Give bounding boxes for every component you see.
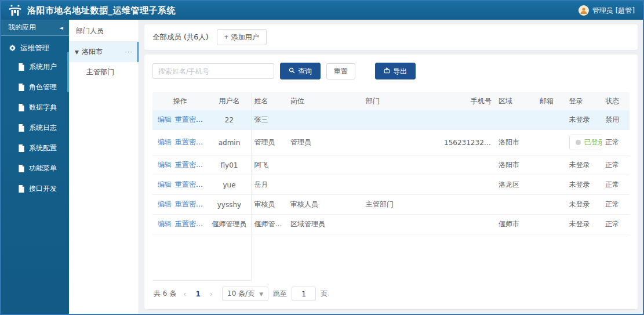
login-status-label: 已登录 — [584, 137, 602, 147]
cell-login: 未登录 — [566, 215, 602, 234]
cell-username: 22 — [208, 110, 250, 130]
action-link[interactable]: 重置密码 — [175, 115, 203, 124]
action-link[interactable]: 编辑 — [158, 115, 172, 124]
cell-status: 正常 — [602, 175, 630, 195]
members-header-card: 全部成员 (共6人) + 添加用户 — [144, 24, 638, 50]
page-size-select[interactable]: 10 条/页 ▼ — [222, 287, 268, 301]
cell-dept — [362, 155, 441, 175]
cell-post — [287, 155, 362, 175]
column-header: 手机号 — [441, 92, 495, 110]
sidebar-item[interactable]: 接口开发 — [1, 179, 69, 199]
cell-dept: 主管部门 — [362, 195, 441, 215]
cell-name: 审核员 — [251, 195, 288, 215]
cell-username: admin — [208, 130, 250, 155]
action-link[interactable]: 编辑 — [158, 180, 172, 189]
page-number-button[interactable]: 1 — [193, 290, 202, 298]
table-row[interactable]: 编辑重置密码删除偃师管理员偃师管理员区域管理员偃师市未登录正常 — [152, 215, 630, 234]
sidebar-item-label: 角色管理 — [29, 82, 57, 92]
sidebar-group-ops-management[interactable]: 运维管理 — [1, 36, 69, 57]
table-row[interactable]: 编辑重置密码删除fly01阿飞洛阳市未登录正常 — [152, 155, 630, 175]
tree-more-icon[interactable]: ··· — [125, 48, 133, 56]
action-link[interactable]: 编辑 — [158, 161, 172, 169]
cell-username: yysshy — [208, 195, 250, 215]
action-link[interactable]: 重置密码 — [175, 180, 203, 189]
paifang-gate-logo-icon — [8, 5, 22, 16]
action-link[interactable]: 删除 — [206, 220, 208, 228]
action-link[interactable]: 删除 — [206, 115, 208, 124]
total-count-label: 共 6 条 — [154, 289, 176, 299]
action-link[interactable]: 编辑 — [158, 200, 172, 208]
cell-op: 编辑重置密码删除 — [152, 175, 208, 195]
tree-item-luoyang[interactable]: ▼ 洛阳市 ··· — [69, 42, 139, 62]
table-row[interactable]: 编辑重置密码删除yysshy审核员审核人员主管部门未登录正常 — [152, 195, 630, 215]
cell-status: 正常 — [602, 215, 630, 234]
sidebar-item[interactable]: 功能菜单 — [1, 158, 69, 179]
action-link[interactable]: 删除 — [206, 180, 208, 189]
gear-icon — [9, 45, 16, 52]
sidebar-item[interactable]: 系统配置 — [1, 138, 69, 158]
table-row[interactable]: 编辑重置密码删除22张三未登录禁用 — [152, 110, 630, 130]
document-icon — [18, 185, 25, 193]
department-panel: 部门人员 ▼ 洛阳市 ··· 主管部门 — [69, 20, 139, 314]
cell-region: 洛龙区 — [495, 175, 536, 195]
fixed-column-divider — [251, 92, 252, 281]
fixed-column-bottom-line — [152, 280, 251, 281]
action-link[interactable]: 删除 — [206, 161, 208, 169]
column-header: 姓名 — [251, 92, 288, 110]
cell-op: 编辑重置密码删除 — [152, 130, 208, 155]
action-link[interactable]: 重置密码 — [175, 220, 203, 228]
cell-status: 正常 — [602, 195, 630, 215]
table-row[interactable]: 编辑重置密码删除admin管理员管理员15623123232洛阳市已登录正常 — [152, 130, 630, 155]
cell-name: 岳月 — [251, 175, 288, 195]
user-avatar — [578, 5, 589, 16]
prev-page-button[interactable]: ‹ — [181, 289, 188, 298]
cell-dept — [362, 215, 441, 234]
action-link[interactable]: 删除 — [206, 200, 208, 208]
document-icon — [18, 165, 25, 172]
sidebar-item[interactable]: 数据字典 — [1, 97, 69, 118]
sidebar-scrollbar[interactable] — [67, 52, 69, 92]
user-table: 操作用户名姓名岗位部门手机号区域邮箱登录状态 编辑重置密码删除22张三未登录禁用… — [152, 92, 630, 234]
action-link[interactable]: 编辑 — [158, 220, 172, 228]
search-input[interactable] — [152, 63, 274, 79]
collapse-sidebar-icon[interactable]: ◄ — [59, 25, 63, 31]
table-header-row: 操作用户名姓名岗位部门手机号区域邮箱登录状态 — [152, 92, 630, 110]
cell-name: 偃师管理员 — [251, 215, 288, 234]
tree-item-supervisor-dept[interactable]: 主管部门 — [69, 62, 139, 82]
login-toggle[interactable]: 已登录 — [569, 135, 602, 150]
chevron-down-icon: ▼ — [259, 291, 263, 297]
cell-region: 洛阳市 — [495, 130, 536, 155]
action-link[interactable]: 删除 — [206, 138, 208, 146]
query-button[interactable]: 查询 — [280, 63, 321, 79]
column-header: 岗位 — [287, 92, 362, 110]
sidebar-item[interactable]: 系统用户 — [1, 57, 69, 77]
toggle-dot-icon — [576, 140, 581, 145]
next-page-button[interactable]: › — [208, 289, 215, 298]
cell-post: 管理员 — [287, 130, 362, 155]
column-header: 登录 — [566, 92, 602, 110]
sidebar-group-label: 运维管理 — [20, 44, 49, 53]
user-table-card: 查询 重置 导出 操作用户名 — [144, 55, 638, 309]
cell-post: 区域管理员 — [287, 215, 362, 234]
cell-dept — [362, 175, 441, 195]
cell-op: 编辑重置密码删除 — [152, 110, 208, 130]
tree-expand-caret-icon[interactable]: ▼ — [75, 49, 79, 55]
reset-button[interactable]: 重置 — [326, 63, 355, 79]
add-user-button[interactable]: + 添加用户 — [217, 29, 267, 45]
export-button[interactable]: 导出 — [375, 63, 416, 79]
export-icon — [384, 67, 390, 75]
action-link[interactable]: 重置密码 — [175, 161, 203, 169]
action-link[interactable]: 编辑 — [158, 138, 172, 146]
cell-phone — [441, 175, 495, 195]
user-menu[interactable]: 管理员 [超管] — [578, 5, 635, 16]
column-header: 操作 — [152, 92, 208, 110]
action-link[interactable]: 重置密码 — [175, 200, 203, 208]
action-link[interactable]: 重置密码 — [175, 138, 203, 146]
user-table-zone: 操作用户名姓名岗位部门手机号区域邮箱登录状态 编辑重置密码删除22张三未登录禁用… — [152, 92, 630, 281]
sidebar-item[interactable]: 角色管理 — [1, 77, 69, 97]
table-row[interactable]: 编辑重置密码删除yue岳月洛龙区未登录正常 — [152, 175, 630, 195]
page-unit-label: 页 — [321, 289, 328, 299]
jump-page-input[interactable] — [292, 287, 316, 301]
page-title: 洛阳市地名地址数据_运维管理子系统 — [27, 5, 176, 16]
sidebar-item[interactable]: 系统日志 — [1, 118, 69, 138]
